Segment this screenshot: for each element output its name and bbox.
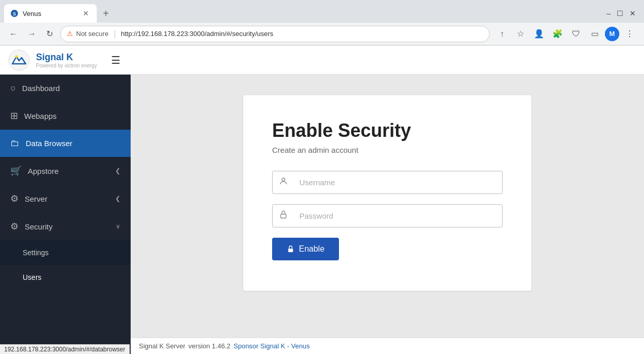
maximize-button[interactable]: ☐	[617, 9, 623, 17]
sidebar: ○ Dashboard ⊞ Webapps 🗀 Data Browser 🛒 A…	[0, 75, 131, 354]
sidebar-item-label-security: Security	[25, 222, 110, 231]
browser-chrome: S Venus ✕ + – ☐ ✕ ← → ↻ ⚠ Not secure | h…	[0, 0, 644, 46]
close-window-button[interactable]: ✕	[630, 9, 636, 17]
security-chevron-icon: ∨	[116, 223, 120, 230]
enable-security-card: Enable Security Create an admin account	[243, 95, 531, 291]
bookmark-button[interactable]: ☆	[512, 26, 529, 42]
dashboard-icon: ○	[10, 83, 16, 94]
minimize-button[interactable]: –	[606, 9, 611, 17]
lock-icon	[273, 205, 294, 227]
security-icon: ⚙	[10, 221, 19, 232]
sidebar-item-label-server: Server	[25, 194, 109, 203]
refresh-button[interactable]: ↻	[43, 27, 56, 41]
app-body: ○ Dashboard ⊞ Webapps 🗀 Data Browser 🛒 A…	[0, 75, 644, 354]
nav-bar: ← → ↻ ⚠ Not secure | http://192.168.178.…	[0, 23, 644, 45]
webapps-icon: ⊞	[10, 110, 18, 121]
sidebar-item-label-users: Users	[23, 273, 120, 281]
sidebar-item-label-appstore: Appstore	[28, 167, 109, 175]
password-input[interactable]	[294, 205, 502, 226]
logo-name: Signal K	[36, 52, 97, 63]
svg-point-4	[15, 55, 18, 58]
sidebar-item-label-dashboard: Dashboard	[22, 84, 120, 93]
footer-sponsor-link[interactable]: Sponsor Signal K - Venus	[234, 342, 310, 350]
logo-icon	[8, 49, 30, 71]
app: Signal K Powered by victron energy ☰ ○ D…	[0, 46, 644, 354]
svg-text:S: S	[13, 11, 16, 16]
logo-sub: Powered by victron energy	[36, 63, 97, 68]
tab-favicon: S	[10, 9, 19, 17]
security-warning-text: Not secure	[76, 30, 109, 38]
enable-lock-icon	[287, 245, 295, 253]
svg-rect-6	[281, 214, 287, 218]
new-tab-button[interactable]: +	[99, 6, 113, 22]
footer: Signal K Server version 1.46.2 Sponsor S…	[131, 338, 644, 354]
username-icon	[273, 171, 294, 193]
server-chevron-icon: ❮	[115, 195, 120, 202]
footer-server-label: Signal K Server	[139, 342, 185, 350]
sidebar-item-label-data-browser: Data Browser	[26, 139, 120, 148]
logo-area: Signal K Powered by victron energy ☰	[8, 49, 120, 71]
card-subtitle: Create an admin account	[272, 146, 503, 154]
enable-button-label: Enable	[299, 244, 325, 254]
sidebar-item-dashboard[interactable]: ○ Dashboard	[0, 75, 131, 102]
tab-title: Venus	[23, 10, 77, 17]
sidebar-item-users[interactable]: Users	[0, 265, 131, 290]
data-browser-icon: 🗀	[10, 138, 20, 149]
card-title: Enable Security	[272, 120, 503, 141]
appstore-chevron-icon: ❮	[115, 167, 120, 174]
address-text[interactable]: http://192.168.178.223:3000/admin/#/secu…	[121, 30, 483, 38]
status-bar: 192.168.178.223:3000/admin/#/databrowser	[0, 344, 130, 354]
sidebar-item-label-settings: Settings	[23, 249, 120, 257]
back-button[interactable]: ←	[6, 27, 21, 41]
shield-button[interactable]: 🛡	[568, 26, 584, 42]
server-icon: ⚙	[10, 193, 19, 204]
appstore-icon: 🛒	[10, 165, 22, 176]
username-input[interactable]	[294, 172, 502, 193]
app-header: Signal K Powered by victron energy ☰	[0, 46, 644, 75]
address-bar[interactable]: ⚠ Not secure | http://192.168.178.223:30…	[60, 26, 490, 42]
svg-rect-7	[288, 249, 293, 252]
window-controls: – ☐ ✕	[606, 9, 640, 17]
hamburger-button[interactable]: ☰	[111, 54, 120, 66]
sidebar-item-webapps[interactable]: ⊞ Webapps	[0, 102, 131, 130]
sidebar-item-settings[interactable]: Settings	[0, 240, 131, 265]
sidebar-item-data-browser[interactable]: 🗀 Data Browser	[0, 130, 131, 157]
address-separator: |	[114, 29, 116, 39]
browser-tab[interactable]: S Venus ✕	[4, 4, 97, 23]
nav-actions: ↑ ☆ 👤 🧩 🛡 ▭ M ⋮	[494, 26, 638, 42]
status-url: 192.168.178.223:3000/admin/#/databrowser	[4, 346, 126, 353]
enable-button[interactable]: Enable	[272, 238, 339, 260]
tab-bar: S Venus ✕ + – ☐ ✕	[0, 0, 644, 23]
menu-button[interactable]: ⋮	[621, 26, 638, 42]
footer-version: version 1.46.2	[188, 342, 230, 350]
password-input-group	[272, 204, 503, 227]
split-view-button[interactable]: ▭	[586, 26, 603, 42]
sidebar-item-label-webapps: Webapps	[24, 112, 120, 120]
sidebar-item-security[interactable]: ⚙ Security ∨	[0, 213, 131, 240]
sidebar-sub-security: Settings Users	[0, 240, 131, 290]
extensions-button[interactable]: 🧩	[549, 26, 566, 42]
svg-point-5	[282, 178, 285, 181]
share-button[interactable]: ↑	[494, 26, 510, 42]
tab-close-button[interactable]: ✕	[81, 9, 91, 18]
sidebar-item-appstore[interactable]: 🛒 Appstore ❮	[0, 157, 131, 185]
username-input-group	[272, 171, 503, 194]
user-profile-button[interactable]: M	[605, 27, 619, 41]
sidebar-item-server[interactable]: ⚙ Server ❮	[0, 185, 131, 213]
profile-sync-button[interactable]: 👤	[531, 26, 547, 42]
logo-text: Signal K Powered by victron energy	[36, 52, 97, 68]
main-content: Enable Security Create an admin account	[131, 75, 644, 354]
security-warning-icon: ⚠	[67, 30, 73, 38]
forward-button[interactable]: →	[25, 27, 39, 41]
